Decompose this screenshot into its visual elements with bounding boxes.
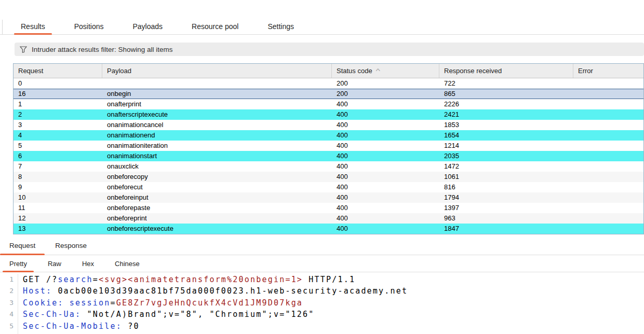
cell-response_received: 816 <box>439 182 573 192</box>
cell-response_received: 2226 <box>439 99 573 109</box>
tab-results[interactable]: Results <box>14 18 52 34</box>
code-segment-name: Host: <box>23 286 52 296</box>
cell-request: 1 <box>14 99 102 109</box>
column-header-label: Request <box>18 67 43 75</box>
code-line: 2Host: 0acb00e103d39aac81bf75da000f0023.… <box>0 285 644 297</box>
cell-payload: onbegin <box>102 89 332 99</box>
cell-status_code: 400 <box>332 130 439 141</box>
column-header-status-code[interactable]: Status code^ <box>332 64 439 78</box>
cell-error <box>573 141 643 151</box>
cell-status_code: 400 <box>332 182 439 192</box>
line-number: 1 <box>0 274 18 285</box>
code-segment-name: search <box>58 275 92 284</box>
code-segment-value: <svg><animatetransform%20onbegin=1> <box>99 275 303 284</box>
table-row[interactable]: 10onbeforeinput4001794 <box>14 192 643 203</box>
code-text: Sec-Ch-Ua: "Not/A)Brand";v="8", "Chromiu… <box>18 309 315 320</box>
cell-status_code: 400 <box>332 99 439 109</box>
code-line: 1GET /?search=<svg><animatetransform%20o… <box>0 274 644 285</box>
cell-request: 2 <box>14 109 102 120</box>
code-segment-name: Cookie: <box>23 298 64 308</box>
table-row[interactable]: 7onauxclick4001472 <box>14 161 643 172</box>
code-line: 5Sec-Ch-Ua-Mobile: ?0 <box>0 321 644 332</box>
tab-request[interactable]: Request <box>0 236 45 255</box>
cell-request: 12 <box>14 213 102 224</box>
column-header-response-received[interactable]: Response received <box>439 64 573 78</box>
table-row[interactable]: 8onbeforecopy4001061 <box>14 172 643 182</box>
cell-request: 4 <box>14 130 102 141</box>
attack-tab-bar: ResultsPositionsPayloadsResource poolSet… <box>0 18 644 35</box>
table-row[interactable]: 13onbeforescriptexecute4001847 <box>14 224 643 234</box>
request-editor[interactable]: 1GET /?search=<svg><animatetransform%20o… <box>0 272 644 334</box>
cell-request: 5 <box>14 141 102 151</box>
line-number: 4 <box>0 309 18 320</box>
cell-request: 6 <box>14 151 102 161</box>
editor-view-tab-bar: PrettyRawHexChinese <box>0 255 644 272</box>
table-row[interactable]: 1onafterprint4002226 <box>14 99 643 109</box>
code-text: GET /?search=<svg><animatetransform%20on… <box>18 274 355 285</box>
code-segment-plain <box>64 298 70 308</box>
code-segment-plain: HTTP/1.1 <box>303 275 355 284</box>
cell-status_code: 400 <box>332 120 439 130</box>
code-segment-name: session <box>70 298 111 308</box>
line-number: 2 <box>0 285 18 297</box>
table-row[interactable]: 3onanimationcancel4001853 <box>14 120 643 130</box>
tab-label: Results <box>21 22 45 31</box>
column-header-label: Payload <box>107 67 131 75</box>
code-segment-plain: 0acb00e103d39aac81bf75da000f0023.h1-web-… <box>52 286 408 296</box>
cell-error <box>573 161 643 172</box>
cell-payload: onbeforeinput <box>102 192 332 203</box>
column-header-request[interactable]: Request <box>14 64 102 78</box>
cell-status_code: 400 <box>332 151 439 161</box>
code-segment-name: Sec-Ch-Ua-Mobile: <box>23 322 122 331</box>
cell-error <box>573 203 643 213</box>
table-row[interactable]: 16onbegin200865 <box>14 89 643 99</box>
cell-status_code: 400 <box>332 161 439 172</box>
column-header-error[interactable]: Error <box>573 64 643 78</box>
cell-status_code: 400 <box>332 172 439 182</box>
column-header-label: Error <box>578 67 593 75</box>
tab-response[interactable]: Response <box>46 236 96 255</box>
cell-payload: onbeforecopy <box>102 172 332 182</box>
table-row[interactable]: 0200722 <box>14 78 643 89</box>
cell-status_code: 200 <box>332 78 439 89</box>
tab-positions[interactable]: Positions <box>68 18 111 34</box>
tab-label: Request <box>9 242 35 249</box>
tab-hex[interactable]: Hex <box>75 255 101 272</box>
cell-response_received: 1794 <box>439 192 573 203</box>
tab-pretty[interactable]: Pretty <box>3 255 34 272</box>
cell-error <box>573 192 643 203</box>
line-number: 3 <box>0 297 18 309</box>
results-table: RequestPayloadStatus code^Response recei… <box>13 63 644 234</box>
tab-label: Resource pool <box>192 22 238 31</box>
tab-payloads[interactable]: Payloads <box>126 18 170 34</box>
table-row[interactable]: 9onbeforecut400816 <box>14 182 643 192</box>
cell-status_code: 400 <box>332 141 439 151</box>
cell-response_received: 1472 <box>439 161 573 172</box>
table-row[interactable]: 2onafterscriptexecute4002421 <box>14 109 643 120</box>
cell-payload: onafterprint <box>102 99 332 109</box>
cell-response_received: 2035 <box>439 151 573 161</box>
table-row[interactable]: 4onanimationend4001654 <box>14 130 643 141</box>
cell-request: 16 <box>14 89 102 99</box>
cell-response_received: 865 <box>439 89 573 99</box>
cell-error <box>573 130 643 141</box>
cell-payload: onanimationiteration <box>102 141 332 151</box>
cell-response_received: 722 <box>439 78 573 89</box>
sort-ascending-icon: ^ <box>375 67 380 75</box>
results-filter-bar[interactable]: Intruder attack results filter: Showing … <box>15 43 644 56</box>
table-row[interactable]: 12onbeforeprint400963 <box>14 213 643 224</box>
column-header-payload[interactable]: Payload <box>102 64 332 78</box>
cell-payload: onanimationcancel <box>102 120 332 130</box>
table-row[interactable]: 6onanimationstart4002035 <box>14 151 643 161</box>
code-segment-value: GE8Zr7vgJeHnQcukfX4cVd1JM9D07kga <box>116 298 303 308</box>
cell-payload: onafterscriptexecute <box>102 109 332 120</box>
tab-resource-pool[interactable]: Resource pool <box>185 18 245 34</box>
tab-chinese[interactable]: Chinese <box>108 255 146 272</box>
results-table-header: RequestPayloadStatus code^Response recei… <box>14 64 643 78</box>
table-row[interactable]: 11onbeforepaste4001397 <box>14 203 643 213</box>
filter-funnel-icon <box>20 46 27 53</box>
tab-raw[interactable]: Raw <box>41 255 68 272</box>
cell-payload: onauxclick <box>102 161 332 172</box>
tab-settings[interactable]: Settings <box>261 18 301 34</box>
table-row[interactable]: 5onanimationiteration4001214 <box>14 141 643 151</box>
